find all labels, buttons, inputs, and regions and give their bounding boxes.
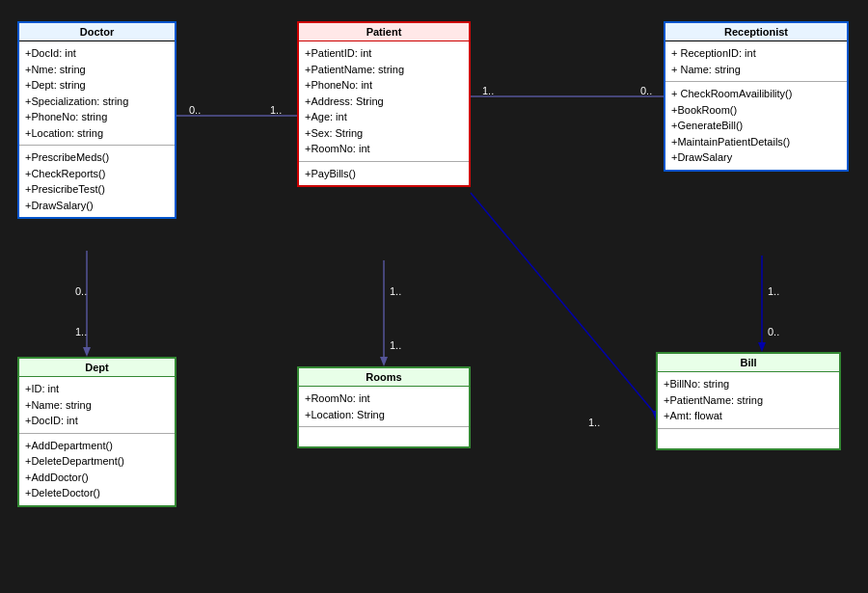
class-patient-title: Patient (299, 23, 469, 41)
label-patient-recept-0: 0.. (640, 85, 652, 96)
class-patient: Patient +PatientID: int +PatientName: st… (297, 21, 471, 187)
svg-marker-9 (758, 342, 766, 352)
class-patient-methods: +PayBills() (299, 162, 469, 186)
class-doctor-attrs: +DocId: int +Nme: string +Dept: string +… (19, 41, 175, 146)
label-doc-dept-1: 1.. (75, 326, 87, 337)
label-patient-bill-1: 1.. (588, 417, 600, 428)
class-bill-attrs: +BillNo: string +PatientName: string +Am… (658, 372, 839, 429)
label-recept-bill-0: 0.. (768, 326, 779, 337)
class-rooms-attrs: +RoomNo: int +Location: String (299, 387, 469, 427)
label-patient-recept-1: 1.. (482, 85, 494, 96)
label-doc-dept-0: 0.. (75, 285, 87, 297)
label-patient-rooms-1b: 1.. (390, 339, 401, 351)
class-bill: Bill +BillNo: string +PatientName: strin… (656, 352, 841, 450)
class-receptionist-attrs: + ReceptionID: int + Name: string (665, 41, 847, 82)
svg-line-10 (471, 193, 656, 415)
class-doctor-title: Doctor (19, 23, 175, 41)
class-doctor-methods: +PrescribeMeds() +CheckReports() +Presic… (19, 146, 175, 217)
class-doctor: Doctor +DocId: int +Nme: string +Dept: s… (17, 21, 176, 219)
class-receptionist-methods: + CheckRoomAvailibility() +BookRoom() +G… (665, 82, 847, 170)
class-receptionist: Receptionist + ReceptionID: int + Name: … (664, 21, 849, 172)
diagram-canvas: 0.. 1.. 1.. 0.. 0.. 1.. 1.. 1.. 1.. 0.. … (0, 0, 868, 593)
class-rooms-methods (299, 427, 469, 446)
class-dept: Dept +ID: int +Name: string +DocID: int … (17, 357, 176, 507)
class-dept-methods: +AddDepartment() +DeleteDepartment() +Ad… (19, 434, 175, 505)
svg-marker-5 (83, 347, 91, 357)
class-dept-title: Dept (19, 359, 175, 377)
class-rooms: Rooms +RoomNo: int +Location: String (297, 366, 471, 448)
svg-marker-7 (380, 357, 388, 366)
label-doc-patient-1: 1.. (270, 104, 282, 116)
label-recept-bill-1: 1.. (768, 285, 779, 297)
class-patient-attrs: +PatientID: int +PatientName: string +Ph… (299, 41, 469, 162)
class-rooms-title: Rooms (299, 368, 469, 387)
class-dept-attrs: +ID: int +Name: string +DocID: int (19, 377, 175, 434)
class-bill-methods (658, 429, 839, 448)
label-doc-patient-0: 0.. (189, 104, 201, 116)
label-patient-rooms-1a: 1.. (390, 285, 401, 297)
class-receptionist-title: Receptionist (665, 23, 847, 41)
class-bill-title: Bill (658, 354, 839, 372)
